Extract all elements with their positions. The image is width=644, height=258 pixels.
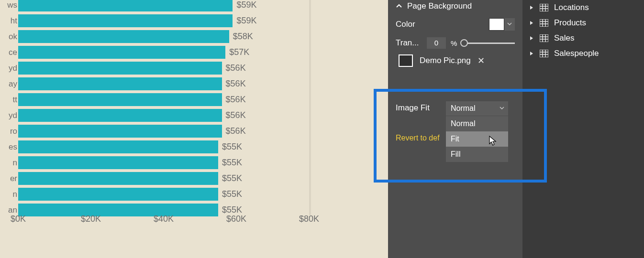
x-axis: $0K$20K$40K$60K$80K bbox=[0, 214, 388, 228]
axis-tick: $60K bbox=[226, 214, 246, 224]
axis-tick: $20K bbox=[81, 214, 101, 224]
field-table-label: Sales bbox=[554, 33, 575, 43]
field-table-label: Locations bbox=[554, 3, 589, 12]
bar-row: ws$59K bbox=[0, 0, 388, 13]
bar-value-label: $59K bbox=[236, 13, 256, 29]
image-file-name: Demo Pic.png bbox=[420, 56, 471, 65]
image-file-row: Demo Pic.png ✕ bbox=[388, 52, 522, 70]
table-icon bbox=[540, 19, 548, 27]
bar-value-label: $55K bbox=[222, 171, 242, 186]
bar[interactable] bbox=[18, 188, 218, 201]
dropdown-selected[interactable]: Normal bbox=[446, 101, 508, 116]
bar[interactable] bbox=[18, 0, 233, 11]
bar-category-label: es bbox=[0, 139, 17, 155]
bar-row: es$55K bbox=[0, 139, 388, 155]
axis-tick: $80K bbox=[299, 214, 319, 224]
dropdown-option[interactable]: Fit bbox=[446, 131, 508, 147]
bar-category-label: ce bbox=[0, 44, 17, 60]
bar-category-label: yd bbox=[0, 60, 17, 76]
field-table-item[interactable]: Locations bbox=[522, 0, 644, 15]
bar-row: ay$56K bbox=[0, 76, 388, 92]
bar[interactable] bbox=[18, 140, 218, 153]
caret-right-icon bbox=[529, 51, 534, 56]
image-thumb-icon[interactable] bbox=[399, 54, 413, 67]
transparency-slider[interactable] bbox=[462, 38, 515, 48]
bar-row: ce$57K bbox=[0, 44, 388, 60]
bar-chart: ws$59Kht$59Kok$58Kce$57Kyd$56Kay$56Ktt$5… bbox=[0, 0, 388, 258]
color-label: Color bbox=[396, 20, 415, 29]
dropdown-list: NormalFitFill bbox=[446, 116, 508, 162]
bar[interactable] bbox=[18, 93, 222, 106]
table-icon bbox=[540, 4, 548, 11]
bar-category-label: n bbox=[0, 186, 17, 202]
chevron-down-icon bbox=[504, 18, 515, 31]
bar[interactable] bbox=[18, 109, 222, 122]
svg-rect-5 bbox=[540, 19, 548, 27]
bar[interactable] bbox=[18, 14, 233, 27]
image-fit-label: Image Fit bbox=[396, 103, 430, 113]
slider-thumb[interactable] bbox=[460, 39, 468, 47]
bar-value-label: $56K bbox=[226, 76, 246, 92]
caret-right-icon bbox=[529, 36, 534, 41]
color-picker[interactable] bbox=[489, 18, 515, 31]
svg-rect-0 bbox=[540, 4, 548, 11]
dropdown-option[interactable]: Fill bbox=[446, 147, 508, 162]
section-title: Page Background bbox=[407, 1, 472, 11]
bar[interactable] bbox=[18, 125, 222, 138]
bar-value-label: $55K bbox=[222, 139, 242, 155]
chevron-down-icon bbox=[500, 107, 504, 110]
chevron-up-icon bbox=[396, 3, 402, 10]
bar[interactable] bbox=[18, 62, 222, 75]
bar-row: yd$56K bbox=[0, 108, 388, 123]
bar[interactable] bbox=[18, 77, 222, 90]
svg-rect-10 bbox=[540, 34, 548, 42]
axis-tick: $0K bbox=[11, 214, 26, 224]
bar-category-label: ay bbox=[0, 76, 17, 92]
revert-to-default-link[interactable]: Revert to def bbox=[396, 134, 447, 142]
dropdown-option[interactable]: Normal bbox=[446, 116, 508, 131]
format-panel: Page Background Color Tran... 0 % Demo P… bbox=[388, 0, 522, 258]
field-table-item[interactable]: Salespeople bbox=[522, 46, 644, 61]
image-fit-dropdown[interactable]: Normal NormalFitFill bbox=[446, 101, 508, 162]
transparency-label: Tran... bbox=[396, 38, 422, 48]
bar[interactable] bbox=[18, 172, 218, 185]
transparency-row: Tran... 0 % bbox=[388, 34, 522, 52]
cursor-pointer-icon bbox=[488, 135, 499, 148]
bar-value-label: $56K bbox=[226, 123, 246, 139]
field-table-item[interactable]: Products bbox=[522, 15, 644, 31]
bar[interactable] bbox=[18, 46, 225, 59]
chart-gridline bbox=[309, 0, 311, 215]
bar[interactable] bbox=[18, 30, 229, 43]
caret-right-icon bbox=[529, 21, 534, 25]
bar-row: ht$59K bbox=[0, 13, 388, 29]
bar-value-label: $55K bbox=[222, 155, 242, 171]
table-icon bbox=[540, 34, 548, 42]
bar-category-label: tt bbox=[0, 92, 17, 108]
transparency-value[interactable]: 0 bbox=[427, 37, 446, 49]
bar-value-label: $57K bbox=[229, 44, 249, 60]
bar-value-label: $56K bbox=[226, 108, 246, 123]
field-table-label: Salespeople bbox=[554, 49, 599, 58]
bar-category-label: n bbox=[0, 155, 17, 171]
table-icon bbox=[540, 50, 548, 57]
svg-rect-15 bbox=[540, 50, 548, 57]
bar-value-label: $56K bbox=[226, 92, 246, 108]
caret-right-icon bbox=[529, 5, 534, 10]
bar-category-label: er bbox=[0, 171, 17, 186]
bar-category-label: ok bbox=[0, 29, 17, 44]
section-page-background[interactable]: Page Background bbox=[388, 0, 522, 14]
bar-row: er$55K bbox=[0, 171, 388, 186]
bar-value-label: $55K bbox=[222, 186, 242, 202]
bar-value-label: $56K bbox=[226, 60, 246, 76]
bar-row: n$55K bbox=[0, 186, 388, 202]
axis-tick: $40K bbox=[154, 214, 174, 224]
bar-value-label: $58K bbox=[233, 29, 253, 44]
bar-category-label: ht bbox=[0, 13, 17, 29]
bar[interactable] bbox=[18, 156, 218, 169]
bar-row: tt$56K bbox=[0, 92, 388, 108]
bar-category-label: ws bbox=[0, 0, 17, 13]
close-icon[interactable]: ✕ bbox=[477, 55, 485, 66]
color-swatch bbox=[489, 18, 504, 31]
field-table-item[interactable]: Sales bbox=[522, 31, 644, 46]
fields-panel: LocationsProductsSalesSalespeople bbox=[522, 0, 644, 258]
